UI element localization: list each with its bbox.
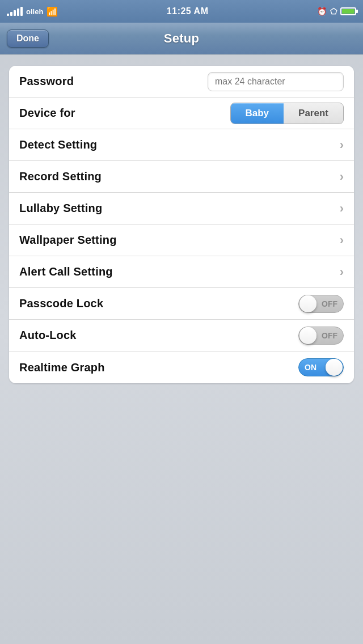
password-row: Password [9, 66, 354, 98]
settings-card: Password Device for Baby Parent Detect S… [9, 66, 354, 383]
realtime-graph-label: Realtime Graph [19, 361, 105, 374]
done-button[interactable]: Done [7, 29, 49, 48]
auto-lock-row: Auto-Lock OFF [9, 320, 354, 351]
passcode-lock-row: Passcode Lock OFF [9, 288, 354, 320]
password-input[interactable] [208, 72, 344, 91]
wifi-icon: 📶 [47, 6, 58, 17]
carrier-label: olleh [26, 7, 43, 16]
record-setting-label: Record Setting [19, 170, 102, 183]
seg-option-parent[interactable]: Parent [284, 103, 343, 124]
status-right: ⏰ ⬠ [317, 7, 356, 16]
device-for-label: Device for [19, 107, 75, 120]
battery-icon [340, 7, 356, 15]
chevron-icon: › [340, 265, 344, 279]
status-bar: olleh 📶 11:25 AM ⏰ ⬠ [0, 0, 363, 23]
status-time: 11:25 AM [167, 6, 209, 16]
auto-lock-toggle-label: OFF [322, 331, 337, 340]
wallpaper-setting-label: Wallpaper Setting [19, 234, 117, 247]
nav-title: Setup [164, 31, 200, 46]
clock-icon: ⏰ [317, 7, 327, 16]
chevron-icon: › [340, 233, 344, 248]
bluetooth-icon: ⬠ [330, 7, 337, 16]
password-label: Password [19, 75, 74, 88]
device-for-segmented-control: Baby Parent [230, 103, 344, 124]
passcode-lock-label: Passcode Lock [19, 297, 103, 310]
realtime-graph-toggle[interactable]: ON [298, 358, 344, 376]
passcode-lock-toggle-container: OFF [298, 295, 344, 313]
signal-bars-icon [7, 7, 23, 16]
auto-lock-toggle-container: OFF [298, 327, 344, 345]
nav-bar: Done Setup [0, 23, 363, 54]
auto-lock-toggle-knob [299, 327, 316, 344]
passcode-lock-toggle-label: OFF [322, 299, 337, 308]
auto-lock-label: Auto-Lock [19, 329, 77, 342]
main-content: Password Device for Baby Parent Detect S… [0, 54, 363, 395]
auto-lock-toggle[interactable]: OFF [298, 327, 344, 345]
alert-call-setting-row[interactable]: Alert Call Setting › [9, 256, 354, 288]
chevron-icon: › [340, 138, 344, 152]
detect-setting-row[interactable]: Detect Setting › [9, 129, 354, 161]
device-for-row: Device for Baby Parent [9, 98, 354, 129]
lullaby-setting-row[interactable]: Lullaby Setting › [9, 193, 354, 224]
chevron-icon: › [340, 170, 344, 184]
alert-call-setting-label: Alert Call Setting [19, 265, 113, 278]
detect-setting-label: Detect Setting [19, 138, 97, 151]
passcode-lock-toggle[interactable]: OFF [298, 295, 344, 313]
battery-fill [342, 9, 354, 14]
chevron-icon: › [340, 201, 344, 216]
status-left: olleh 📶 [7, 6, 58, 17]
realtime-graph-toggle-knob [326, 359, 343, 376]
realtime-graph-row: Realtime Graph ON [9, 351, 354, 383]
seg-option-baby[interactable]: Baby [231, 103, 284, 124]
lullaby-setting-label: Lullaby Setting [19, 202, 102, 215]
wallpaper-setting-row[interactable]: Wallpaper Setting › [9, 224, 354, 256]
realtime-graph-toggle-container: ON [298, 358, 344, 376]
realtime-graph-toggle-label: ON [305, 363, 316, 372]
passcode-lock-toggle-knob [299, 295, 316, 312]
record-setting-row[interactable]: Record Setting › [9, 161, 354, 193]
